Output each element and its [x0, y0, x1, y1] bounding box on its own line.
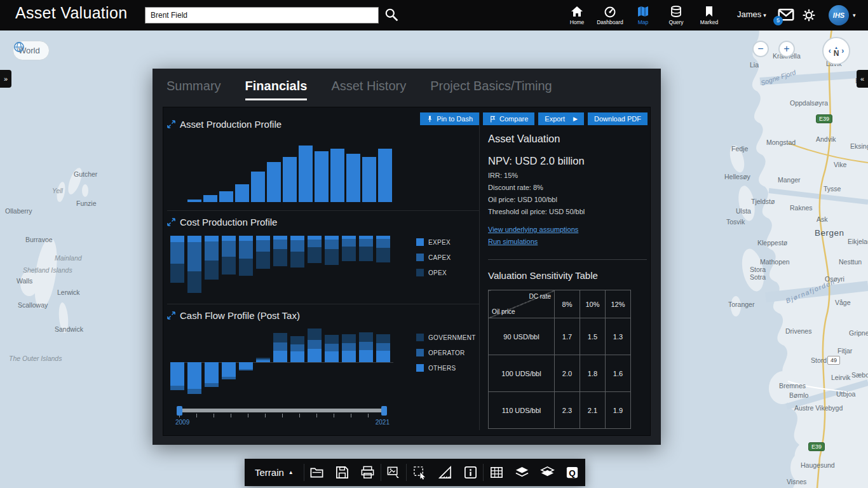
legend-swatch [416, 364, 424, 372]
quick-query-button[interactable]: Q [560, 459, 585, 486]
mail-button[interactable]: 5 [778, 8, 794, 22]
slider-handle-start[interactable] [177, 406, 182, 416]
zero-baseline [170, 362, 393, 363]
bar-segment [273, 249, 287, 266]
table-cell: 1.7 [555, 318, 580, 355]
cost-bar [359, 236, 373, 261]
production-bar [346, 154, 360, 202]
run-simulations-link[interactable]: Run simulations [488, 238, 647, 245]
info-button[interactable] [458, 459, 483, 486]
user-menu[interactable]: James▾ [737, 10, 766, 19]
nav-item-query[interactable]: Query [660, 0, 693, 30]
cashflow-bar-positive [256, 358, 270, 362]
terrain-label: Terrain [255, 467, 284, 478]
view-assumptions-link[interactable]: View underlying assumptions [488, 226, 647, 233]
row-header: 110 UDS/bbl [489, 392, 555, 429]
tab-project-basics[interactable]: Project Basics/Timing [430, 79, 552, 100]
map-toolbar: Terrain ▲ [245, 459, 585, 486]
tab-financials[interactable]: Financials [245, 79, 308, 100]
bar-segment [342, 239, 356, 247]
cashflow-section-title: Cash Flow Profile (Post Tax) [167, 310, 300, 321]
expand-chart-icon[interactable] [167, 218, 175, 226]
bar-segment [187, 242, 201, 271]
map-label: Våge [835, 299, 851, 306]
nav-item-dashboard[interactable]: Dashboard [593, 0, 627, 30]
tab-summary[interactable]: Summary [166, 79, 221, 100]
slider-handle-end[interactable] [381, 406, 387, 416]
production-title: Asset Production Profile [180, 119, 281, 130]
search-button[interactable] [384, 8, 399, 23]
rotate-left-icon[interactable]: ‹ [829, 46, 831, 55]
map-label: Sæbov [851, 371, 868, 379]
settings-button[interactable] [802, 8, 816, 22]
bar-segment [359, 342, 373, 350]
layers-front-button[interactable] [509, 459, 534, 486]
right-panel-expander[interactable]: « [857, 70, 868, 88]
quick-query-icon: Q [565, 465, 580, 480]
threshold-oil-price-value: Threshold oil price: USD 50/bbl [488, 208, 647, 215]
export-button[interactable]: Export ▶ [538, 112, 584, 125]
map-label: Ollaberry [5, 207, 32, 215]
world-button[interactable]: World [13, 41, 50, 60]
bar-segment [239, 369, 253, 370]
download-pdf-button[interactable]: Download PDF [588, 112, 648, 125]
bar-segment [187, 362, 201, 389]
globe-icon [13, 41, 25, 53]
cashflow-bar-positive [325, 335, 339, 362]
bar-segment [239, 362, 253, 369]
table-cell: 1.3 [606, 318, 631, 355]
row-header: 90 USD/bbl [489, 318, 555, 355]
export-image-button[interactable] [381, 459, 407, 486]
search-icon [384, 8, 398, 22]
bar-segment [376, 334, 390, 343]
left-panel-expander[interactable]: » [0, 70, 11, 88]
terrain-dropdown[interactable]: Terrain ▲ [245, 467, 304, 478]
search-input[interactable] [145, 7, 379, 24]
pin-to-dash-button[interactable]: Pin to Dash [420, 112, 479, 125]
expand-chart-icon[interactable] [167, 311, 175, 320]
open-button[interactable] [304, 459, 330, 486]
logo-chevron-down-icon[interactable]: ▾ [853, 12, 856, 18]
map-label: Utbjoa [836, 390, 855, 398]
tab-bar: Summary Financials Asset History Project… [153, 69, 661, 100]
compass-control[interactable]: ‹ ▴ N › [822, 37, 850, 65]
bar-segment [187, 389, 201, 394]
cost-bar [187, 236, 201, 293]
slider-track[interactable] [178, 409, 386, 412]
bar-segment [239, 236, 253, 241]
nav-label: Query [668, 19, 683, 25]
nav-label: Map [638, 19, 649, 25]
select-area-icon [412, 465, 427, 480]
time-slider[interactable]: 2009 2021 [178, 406, 386, 425]
zoom-out-button[interactable]: − [752, 41, 769, 57]
dashboard-icon [604, 5, 616, 18]
measure-button[interactable] [432, 459, 458, 486]
compare-button[interactable]: Compare [483, 112, 534, 125]
table-button[interactable] [484, 459, 509, 486]
zoom-in-button[interactable]: + [778, 41, 795, 57]
production-bar [187, 200, 201, 202]
bar-segment [170, 236, 184, 242]
nav-item-marked[interactable]: Marked [693, 0, 726, 30]
bar-segment [342, 334, 356, 343]
print-button[interactable] [355, 459, 381, 486]
map-label: The Outer Islands [9, 355, 62, 362]
nav-item-map[interactable]: Map [627, 0, 660, 30]
flag-icon [489, 116, 496, 123]
financials-content: Pin to Dash Compare Export ▶ Download PD… [163, 107, 651, 436]
col-header: 12% [606, 290, 631, 318]
cashflow-title: Cash Flow Profile (Post Tax) [180, 310, 300, 321]
legend-label: OPEX [428, 269, 447, 276]
expand-chart-icon[interactable] [167, 120, 175, 128]
nav-item-home[interactable]: Home [560, 0, 593, 30]
cost-bar [222, 236, 236, 274]
map-label: Sandwick [55, 325, 83, 333]
layers-back-button[interactable] [534, 459, 560, 486]
top-nav: Home Dashboard Map Query [560, 0, 726, 30]
save-button[interactable] [330, 459, 355, 486]
ihs-logo[interactable]: IHS [829, 5, 849, 25]
tab-asset-history[interactable]: Asset History [331, 79, 406, 100]
select-area-button[interactable] [407, 459, 432, 486]
rotate-right-icon[interactable]: › [841, 46, 844, 55]
cashflow-bar-positive [359, 332, 373, 362]
